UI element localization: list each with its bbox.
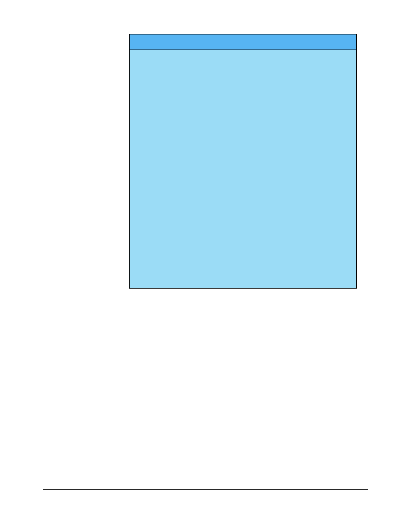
document-page [0,0,411,532]
table-header-row [130,34,357,50]
top-divider [43,26,368,26]
table-cell-2 [220,50,356,289]
table-header-cell-1 [130,34,220,50]
content-table [129,34,357,289]
table-header-cell-2 [220,34,356,50]
table-row [130,50,357,289]
bottom-divider [43,489,368,490]
table-cell-1 [130,50,220,289]
